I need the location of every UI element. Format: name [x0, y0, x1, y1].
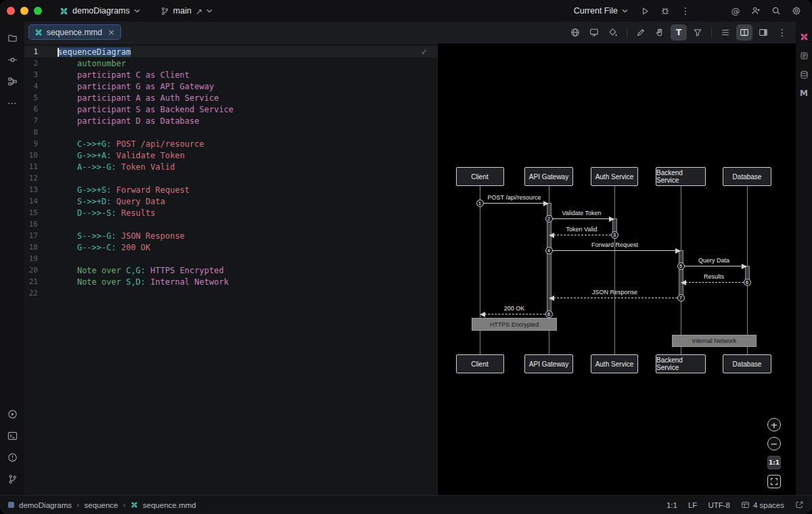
- text-select-tool-icon[interactable]: T: [671, 24, 687, 41]
- minimize-window-button[interactable]: [20, 7, 28, 15]
- breadcrumb-project[interactable]: demoDiagrams: [19, 501, 72, 509]
- code-line-row[interactable]: 13 G->>+S: Forward Request: [24, 184, 437, 195]
- filter-icon[interactable]: [690, 24, 706, 41]
- tab-sequence-mmd[interactable]: sequence.mmd ×: [28, 24, 121, 40]
- problems-panel-button[interactable]: [3, 448, 22, 467]
- more-menu-button[interactable]: ⋮: [677, 3, 694, 19]
- code-line-row[interactable]: 19: [24, 253, 437, 264]
- preview-only-layout-icon[interactable]: [755, 24, 771, 41]
- left-toolbar-rail: ⋯: [0, 22, 24, 495]
- mentions-button[interactable]: @: [727, 3, 744, 19]
- split-view-layout-icon[interactable]: [736, 24, 752, 41]
- globe-icon[interactable]: [567, 24, 583, 41]
- files-panel-button[interactable]: [3, 28, 22, 47]
- breadcrumb-separator: ›: [122, 500, 126, 510]
- branch-name: main: [173, 6, 191, 16]
- line-number: 21: [27, 277, 38, 286]
- run-config-selector[interactable]: Current File: [568, 4, 633, 18]
- arrowhead-icon: [549, 233, 554, 238]
- message-arrow: [554, 298, 681, 298]
- line-ending[interactable]: LF: [688, 501, 697, 509]
- breadcrumb-folder[interactable]: sequence: [85, 501, 118, 509]
- file-encoding[interactable]: UTF-8: [708, 501, 730, 509]
- preview-more-menu-icon[interactable]: ⋮: [774, 24, 790, 41]
- code-token: HTTPS Encrypted: [145, 266, 224, 275]
- traffic-lights: [7, 7, 42, 15]
- code-line-row[interactable]: 16: [24, 218, 437, 230]
- presentation-icon[interactable]: [586, 24, 602, 41]
- caret-position[interactable]: 1:1: [667, 501, 677, 509]
- code-line-row[interactable]: 3 participant C as Client: [24, 69, 437, 80]
- participant-box: Client: [456, 354, 504, 373]
- message-arrow: [554, 235, 614, 235]
- settings-gear-button[interactable]: [788, 3, 805, 19]
- markdown-panel-button[interactable]: M: [797, 85, 811, 101]
- code-line-row[interactable]: 9 C->>+G: POST /api/resource: [24, 138, 437, 149]
- code-line-row[interactable]: 2 autonumber: [24, 57, 437, 69]
- code-line-row[interactable]: 5 participant A as Auth Service: [24, 92, 437, 103]
- zoom-out-button[interactable]: −: [767, 437, 781, 450]
- git-panel-button[interactable]: [3, 469, 22, 488]
- debug-button[interactable]: [656, 3, 674, 19]
- code-token: Results: [116, 208, 156, 218]
- code-line-row[interactable]: 18 G-->>-C: 200 OK: [24, 241, 437, 253]
- line-number: 8: [27, 128, 38, 137]
- code-line-row[interactable]: 8: [24, 126, 437, 138]
- commits-panel-button[interactable]: [3, 50, 22, 69]
- run-button[interactable]: [636, 3, 654, 19]
- branch-selector[interactable]: main ↗: [155, 4, 219, 18]
- code-line-row[interactable]: 6 participant S as Backend Service: [24, 103, 437, 115]
- autonumber-badge: 2: [545, 215, 553, 223]
- code-line-row[interactable]: 20 Note over C,G: HTTPS Encrypted: [24, 264, 437, 276]
- database-panel-button[interactable]: [797, 66, 811, 83]
- breadcrumb-file[interactable]: sequence.mmd: [143, 501, 196, 509]
- tab-close-icon[interactable]: ×: [108, 27, 115, 37]
- code-line-row[interactable]: 1sequenceDiagram✓: [24, 46, 437, 57]
- zoom-in-button[interactable]: +: [767, 418, 781, 431]
- code-line-row[interactable]: 14 S->>+D: Query Data: [24, 195, 437, 207]
- more-panels-button[interactable]: ⋯: [3, 93, 22, 112]
- code-line-row[interactable]: 17 S-->>-G: JSON Response: [24, 230, 437, 241]
- structure-panel-button[interactable]: [3, 72, 22, 91]
- code-line-row[interactable]: 7 participant D as Database: [24, 115, 437, 126]
- search-button[interactable]: [767, 3, 785, 19]
- code-token: S->>+D:: [77, 197, 112, 206]
- zoom-reset-button[interactable]: 1:1: [767, 456, 781, 469]
- code-line-row[interactable]: 21 Note over S,D: Internal Network: [24, 276, 437, 287]
- participant-box: Backend Service: [656, 354, 706, 373]
- run-panel-button[interactable]: [3, 404, 22, 423]
- participant-box: Database: [723, 167, 771, 186]
- code-line-row[interactable]: 10 G->>+A: Validate Token: [24, 149, 437, 161]
- code-editor[interactable]: 1sequenceDiagram✓2 autonumber3 participa…: [24, 43, 438, 495]
- syntax-valid-icon: ✓: [421, 47, 428, 57]
- fill-color-icon[interactable]: [605, 24, 621, 41]
- code-token: Validate Token: [111, 151, 184, 160]
- autonumber-badge: 4: [545, 247, 553, 254]
- terminal-panel-button[interactable]: [3, 426, 22, 445]
- code-line-row[interactable]: 4 participant G as API Gateway: [24, 80, 437, 92]
- code-token: participant G as API Gateway: [77, 82, 214, 91]
- code-token: Forward Request: [111, 185, 189, 195]
- autonumber-badge: 8: [545, 310, 553, 318]
- pan-hand-icon[interactable]: [652, 24, 668, 41]
- mermaid-panel-button[interactable]: [797, 28, 811, 45]
- code-line-row[interactable]: 12: [24, 172, 437, 184]
- project-selector[interactable]: demoDiagrams: [54, 4, 145, 18]
- indent-setting[interactable]: 4 spaces: [741, 500, 784, 509]
- code-line-row[interactable]: 15 D-->>-S: Results: [24, 207, 437, 218]
- add-user-button[interactable]: [747, 3, 765, 19]
- maximize-window-button[interactable]: [34, 7, 42, 15]
- close-window-button[interactable]: [7, 7, 15, 15]
- fit-to-view-button[interactable]: [767, 475, 781, 488]
- docs-panel-button[interactable]: [797, 47, 811, 64]
- code-token: Note over: [77, 277, 126, 287]
- source-only-layout-icon[interactable]: [717, 24, 734, 41]
- share-icon[interactable]: [795, 500, 804, 509]
- code-line-row[interactable]: 22: [24, 287, 437, 299]
- line-number: 13: [27, 185, 38, 194]
- tab-title: sequence.mmd: [47, 28, 102, 37]
- code-line: G->>+S: Forward Request: [38, 185, 189, 195]
- edit-pencil-icon[interactable]: [633, 24, 649, 41]
- message-arrow: [484, 314, 549, 314]
- code-line-row[interactable]: 11 A-->>-G: Token Valid: [24, 161, 437, 172]
